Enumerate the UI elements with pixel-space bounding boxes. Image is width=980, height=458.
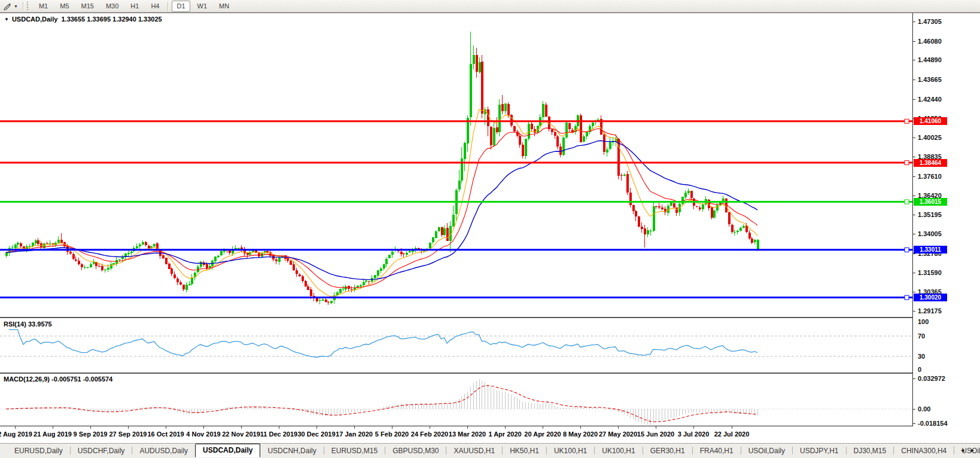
toolbar-separator (23, 2, 23, 11)
timeframe-button-M15[interactable]: M15 (77, 1, 99, 12)
timeframe-toolbar: ▼ M1M5M15M30H1H4D1W1MN (0, 0, 980, 13)
chart-tab-HK50-H1[interactable]: HK50,H1 (503, 445, 546, 457)
date-tick-mark (203, 426, 204, 429)
date-axis-label: 22 Jul 2020 (714, 430, 750, 438)
price-axis-tick: 1.42440 (918, 96, 942, 103)
date-tick-mark (128, 426, 129, 429)
timeframe-button-MN[interactable]: MN (214, 1, 234, 12)
price-tick-mark (913, 60, 915, 60)
mt4-window: ▼ M1M5M15M30H1H4D1W1MN ▼USDCAD,Daily 1.3… (0, 0, 980, 458)
hline-price-label: 1.41060 (914, 117, 947, 125)
toolbar-grip[interactable] (27, 2, 30, 10)
chart-tab-USDCNH-Daily[interactable]: USDCNH,Daily (260, 445, 323, 457)
pane-divider[interactable] (0, 372, 912, 374)
pen-icon-glyph (3, 2, 11, 10)
price-tick-mark (913, 99, 915, 100)
date-axis-label: 27 Sep 2019 (109, 430, 147, 438)
macd-tick-mark (913, 423, 915, 424)
chart-tab-AUDUSD-Daily[interactable]: AUDUSD,Daily (132, 445, 195, 457)
date-axis-label: 16 Oct 2019 (147, 430, 184, 438)
toolbar-separator (168, 2, 168, 11)
chart-tab-USDJPY-H1[interactable]: USDJPY,H1 (793, 445, 845, 457)
date-tick-mark (580, 426, 581, 429)
date-tick-mark (90, 426, 91, 429)
price-axis-tick: 1.47305 (918, 18, 942, 25)
rsi-name: RSI(14) (4, 320, 26, 328)
hline-price-label: 1.30020 (914, 294, 947, 301)
date-tick-mark (354, 426, 355, 429)
chart-tab-USOil-Daily[interactable]: USOil,Daily (741, 445, 792, 457)
rsi-axis-tick: 100 (918, 318, 929, 325)
tab-scroll-arrows: ◄ ► (954, 446, 978, 454)
chart-tab-FRA40-H1[interactable]: FRA40,H1 (693, 445, 741, 457)
chart-tab-UK100-H1[interactable]: UK100,H1 (547, 445, 594, 457)
price-tick-mark (913, 22, 915, 22)
timeframe-button-D1[interactable]: D1 (172, 1, 190, 12)
date-axis-label: 20 Apr 2020 (524, 430, 561, 438)
date-axis-label: 9 Sep 2019 (74, 430, 108, 438)
timeframe-button-M5[interactable]: M5 (55, 1, 74, 12)
date-tick-mark (732, 426, 732, 429)
date-axis-label: 24 Feb 2020 (411, 430, 448, 438)
timeframe-button-M1[interactable]: M1 (34, 1, 53, 12)
rsi-line (9, 329, 757, 357)
price-tick-mark (913, 292, 915, 292)
chart-tab-EURUSD-Daily[interactable]: EURUSD,Daily (7, 445, 70, 457)
date-axis-label: 3 Jul 2020 (678, 430, 710, 438)
macd-histogram (7, 379, 758, 425)
hline-anchor-marker[interactable] (905, 200, 909, 204)
chart-tab-CHINA300-H4[interactable]: CHINA300,H4 (894, 445, 954, 457)
chart-tab-DJ30-M15[interactable]: DJ30,M15 (847, 445, 894, 457)
rsi-axis-tick: 0 (918, 366, 921, 373)
price-tick-mark (913, 157, 915, 157)
rsi-axis-tick: 30 (918, 353, 925, 360)
price-axis-tick: 1.37610 (918, 173, 942, 180)
chart-tab-UK100-H1[interactable]: UK100,H1 (595, 445, 642, 457)
chart-tab-GBPUSD-M30[interactable]: GBPUSD,M30 (385, 445, 446, 457)
medium-ma-line (6, 128, 757, 288)
price-axis-tick: 1.44890 (918, 56, 942, 63)
chart-tab-EURUSD-M15[interactable]: EURUSD,M15 (324, 445, 385, 457)
pane-divider[interactable] (0, 317, 912, 318)
main-candlestick-chart[interactable] (0, 13, 912, 317)
timeframe-button-W1[interactable]: W1 (193, 1, 212, 12)
date-axis-label: 15 Jun 2020 (637, 430, 674, 438)
macd-indicator-pane[interactable] (0, 374, 912, 426)
pen-annotation-icon[interactable] (0, 2, 13, 10)
rsi-label: RSI(14) 33.9575 (4, 320, 52, 328)
timeframe-button-H1[interactable]: H1 (126, 1, 144, 12)
date-tick-mark (166, 426, 166, 429)
price-tick-mark (913, 311, 915, 312)
date-tick-mark (693, 426, 694, 429)
rsi-indicator-pane[interactable] (0, 319, 912, 372)
date-axis-label: 8 May 2020 (563, 430, 598, 438)
timeframe-button-M30[interactable]: M30 (101, 1, 123, 12)
date-axis-label: 5 Feb 2020 (375, 430, 409, 438)
hline-anchor-marker[interactable] (905, 295, 909, 300)
chart-tab-USDCHF-Daily[interactable]: USDCHF,Daily (71, 445, 132, 457)
price-axis-tick: 1.29175 (918, 307, 942, 315)
price-tick-mark (913, 254, 915, 254)
hline-price-label: 1.36015 (914, 198, 947, 206)
hline-anchor-marker[interactable] (905, 248, 909, 252)
date-axis-label: 1 Apr 2020 (488, 430, 521, 438)
date-tick-mark (15, 426, 16, 429)
chart-tab-USDCAD-Daily[interactable]: USDCAD,Daily (195, 444, 260, 457)
date-tick-mark (656, 426, 656, 429)
price-tick-mark (913, 80, 915, 80)
chart-tab-XAUUSD-H1[interactable]: XAUUSD,H1 (446, 445, 502, 457)
price-axis-tick: 1.40025 (918, 134, 942, 141)
scroll-tabs-right-icon[interactable]: ► (967, 447, 978, 453)
hline-anchor-marker[interactable] (905, 119, 909, 123)
price-axis-tick: 1.31590 (918, 269, 942, 276)
date-axis-label: 27 May 2020 (599, 430, 637, 438)
price-axis-tick: 1.34005 (918, 230, 942, 237)
hline-anchor-marker[interactable] (905, 161, 909, 165)
timeframe-button-H4[interactable]: H4 (146, 1, 164, 12)
scroll-tabs-left-icon[interactable]: ◄ (957, 447, 967, 453)
price-tick-mark (913, 41, 915, 42)
chart-tab-GER30-H1[interactable]: GER30,H1 (643, 445, 692, 457)
tab-arrow-separator (954, 446, 954, 454)
price-tick-mark (913, 196, 915, 196)
tool-dropdown-icon[interactable]: ▼ (13, 4, 20, 8)
